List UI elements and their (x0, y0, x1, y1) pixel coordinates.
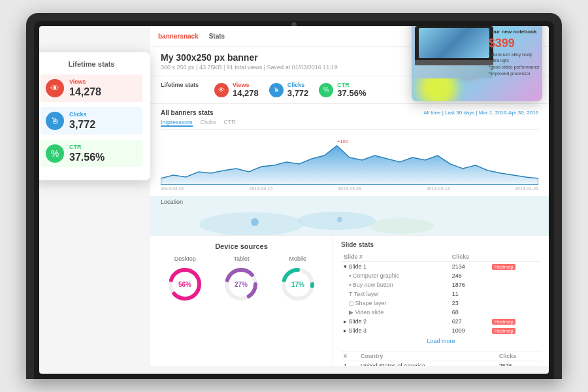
donut-container: Desktop 56% Tablet (157, 255, 326, 304)
clicks-pill: 🖱 Clicks 3,772 (269, 82, 309, 98)
ctr-icon: % (46, 144, 64, 163)
ctr-pill-label: CTR (337, 82, 366, 88)
clicks-pill-value: 3,772 (287, 88, 309, 98)
col-rank: # (341, 351, 358, 361)
views-label: Views (69, 78, 137, 85)
map-blob-2 (297, 212, 376, 230)
slide-name: ▸ Slide 3 (341, 326, 449, 335)
lifetime-stats-card: Lifetime stats 👁 Views 14,278 🖱 Clicks 3… (39, 52, 150, 180)
banner-title: My 300x250 px banner (161, 52, 258, 63)
tab-impressions[interactable]: Impressions (161, 119, 193, 127)
tablet-label: Tablet (233, 255, 249, 262)
heatmap-price: $399 (489, 35, 540, 52)
load-more-row[interactable]: Load more (341, 335, 541, 346)
clicks-label: Clicks (69, 111, 137, 118)
slide-table: Slide # Clicks ▾ Slide 1 2134 (341, 252, 541, 346)
table-row: ▪ Computer graphic 246 (341, 271, 541, 280)
tab-ctr[interactable]: CTR (224, 119, 237, 127)
child-name: T Text layer (341, 289, 449, 299)
x-label-2: 2013-03-15 (250, 186, 273, 191)
clicks-icon: 🖱 (46, 112, 64, 130)
ctr-label: CTR (69, 144, 137, 150)
screen-bezel: Lifetime stats 👁 Views 14,278 🖱 Clicks 3… (34, 21, 554, 379)
x-label-5: 2013-04-26 (515, 186, 538, 191)
slide-name: ▾ Slide 1 (341, 262, 449, 272)
col-slide: Slide # (341, 252, 449, 262)
child-name: ◻ Shape layer (341, 299, 449, 308)
table-row: T Text layer 11 (341, 289, 541, 299)
x-label-3: 2013-03-29 (338, 186, 361, 191)
chart-header: All banners stats All time | Last 30 day… (161, 109, 538, 116)
map-dot-1 (251, 218, 259, 226)
clicks-pill-icon: 🖱 (269, 83, 284, 97)
mobile-donut-svg: 17% (278, 265, 318, 304)
table-row: ▸ Slide 3 1009 Heatmap (341, 326, 541, 335)
country-name: United States of America (358, 361, 497, 367)
table-row: ▶ Video slide 68 (341, 308, 541, 317)
desktop-donut-svg: 56% (165, 265, 204, 304)
heatmap-image: Your new notebook $399 *aluminum alloy b… (412, 26, 542, 101)
chart-area: All banners stats All time | Last 30 day… (150, 104, 549, 196)
views-pill-icon: 👁 (214, 83, 229, 97)
ctr-pill-icon: % (319, 83, 333, 97)
child-clicks: 11 (449, 289, 489, 299)
bottom-section: Device sources Desktop 56% (150, 235, 549, 366)
col-country-clicks: Clicks (497, 351, 541, 361)
chart-path (161, 146, 538, 185)
feature-2: *ultra light (489, 57, 540, 64)
feature-4: *improved processor (489, 71, 540, 77)
col-country: Country (358, 351, 497, 361)
device-sources: Device sources Desktop 56% (150, 236, 333, 366)
heatmap-card: Heatmap Y (412, 26, 542, 101)
views-pill-label: Views (233, 82, 259, 88)
ctr-pill: % CTR 37.56% (319, 82, 366, 98)
views-value: 14,278 (69, 86, 137, 98)
col-clicks: Clicks (449, 252, 489, 262)
tablet-donut-svg: 27% (221, 265, 261, 304)
tablet-donut: Tablet 27% (221, 255, 261, 304)
clicks-stat-row: 🖱 Clicks 3,772 (41, 107, 142, 135)
country-rank: 1 (341, 361, 358, 367)
feature-1: *aluminum alloy body (489, 52, 540, 57)
chart-svg: +100 (161, 133, 538, 185)
logo-text: bannersnack (158, 33, 199, 40)
clicks-pill-label: Clicks (287, 82, 309, 88)
child-name: ▶ Video slide (341, 308, 449, 317)
country-clicks: 2576 (497, 361, 541, 367)
col-heatmap (489, 252, 541, 262)
country-table: # Country Clicks 1 United States of Amer… (341, 351, 541, 366)
slide-clicks: 627 (449, 317, 489, 326)
table-row: ▪ Buy now button 1876 (341, 280, 541, 289)
slide-stats: Slide stats Slide # Clicks (333, 236, 549, 366)
location-label: Location (150, 196, 549, 208)
x-label-1: 2013-03-01 (161, 186, 184, 191)
slide-stats-title: Slide stats (341, 241, 541, 248)
child-name: ▪ Computer graphic (341, 271, 449, 280)
screen-wrapper: Lifetime stats 👁 Views 14,278 🖱 Clicks 3… (39, 26, 549, 371)
slide-name: ▸ Slide 2 (341, 317, 449, 326)
desktop-label: Desktop (174, 255, 196, 262)
lifetime-stats-title: Lifetime stats (41, 60, 142, 68)
heatmap-product-text: Your new notebook $399 *aluminum alloy b… (489, 28, 540, 77)
chart-container: +100 (161, 133, 538, 185)
x-label-4: 2013-04-13 (427, 186, 450, 191)
map-dot-2 (337, 217, 342, 222)
svg-text:27%: 27% (235, 281, 248, 288)
tab-clicks[interactable]: Clicks (201, 119, 216, 127)
slide-heatmap[interactable]: Heatmap (489, 262, 541, 272)
slide-clicks: 1009 (449, 326, 489, 335)
svg-text:56%: 56% (178, 281, 191, 288)
logo-area: bannersnack (158, 33, 199, 40)
load-more[interactable]: Load more (341, 335, 541, 346)
child-clicks: 23 (449, 299, 489, 308)
laptop-outer: Lifetime stats 👁 Views 14,278 🖱 Clicks 3… (26, 13, 562, 379)
nav-stats: Stats (209, 33, 225, 40)
child-clicks: 246 (449, 271, 489, 280)
ctr-pill-value: 37.56% (337, 88, 366, 98)
desktop-donut: Desktop 56% (165, 255, 204, 304)
mobile-label: Mobile (289, 255, 307, 262)
table-row: ◻ Shape layer 23 (341, 299, 541, 308)
views-pill-value: 14,278 (233, 88, 259, 98)
all-banners-label: All banners stats (161, 109, 214, 116)
child-clicks: 1876 (449, 280, 489, 289)
